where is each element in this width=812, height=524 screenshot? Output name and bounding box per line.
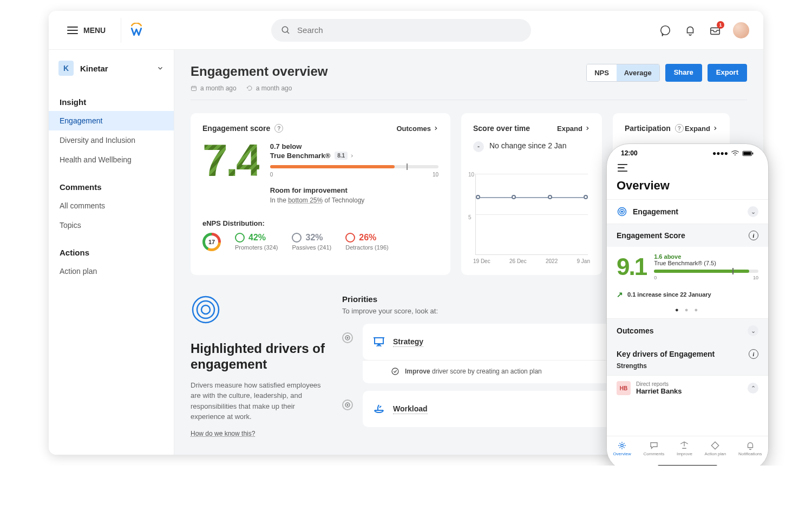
phone-track (654, 270, 758, 273)
sot-expand-link[interactable]: Expand (557, 125, 590, 133)
account-switcher[interactable]: K Kinetar (49, 54, 174, 84)
chevron-right-icon (585, 126, 590, 131)
export-button[interactable]: Export (708, 64, 747, 82)
search-box[interactable] (271, 19, 531, 42)
inbox-icon[interactable]: 1 (708, 23, 722, 37)
overview-icon (617, 441, 627, 450)
svg-rect-3 (711, 28, 720, 34)
tab-overview[interactable]: Overview (613, 441, 631, 456)
improve-title: Room for improvement (270, 186, 438, 194)
seg-average[interactable]: Average (617, 64, 659, 81)
chat-icon[interactable] (658, 23, 672, 37)
topbar: MENU 1 (49, 11, 763, 50)
meta-date-text: a month ago (200, 84, 237, 92)
priority-name: Workload (393, 404, 428, 414)
tab-label: Improve (677, 451, 692, 456)
tab-notifications[interactable]: Notifications (738, 441, 762, 456)
divider (191, 100, 747, 100)
svg-point-13 (347, 404, 348, 405)
phone-status-bar: 12:00 ●●●● (607, 144, 768, 159)
tab-comments[interactable]: Comments (643, 441, 664, 456)
drivers-desc: Drivers measure how satisfied employees … (191, 380, 326, 422)
phone-outcomes-label: Outcomes (617, 326, 653, 335)
user-avatar[interactable] (733, 22, 749, 38)
seg-nps[interactable]: NPS (587, 64, 617, 81)
phone-row-score: Engagement Score i (607, 224, 768, 247)
engagement-card-title: Engagement score (202, 124, 270, 133)
phone-key-drivers-head: Key drivers of Engagement i (607, 343, 768, 362)
svg-line-1 (287, 31, 289, 34)
phone-row-label: Engagement (633, 207, 678, 216)
neutral-icon (292, 233, 302, 243)
slider-max: 10 (433, 172, 438, 178)
nav-topics[interactable]: Topics (49, 215, 174, 235)
detractors-sub: Detractors (196) (345, 244, 388, 251)
nav-engagement[interactable]: Engagement (49, 111, 174, 130)
no-change-icon: - (473, 141, 484, 152)
bell-icon (745, 441, 755, 450)
priority-name: Strategy (393, 337, 423, 347)
promoters-cell: 42% Promoters (324) (235, 233, 278, 251)
nav-action-plan[interactable]: Action plan (49, 261, 174, 281)
svg-rect-10 (375, 338, 383, 344)
person-avatar-badge: HB (617, 381, 631, 395)
phone-row-outcomes[interactable]: Outcomes ⌄ (607, 318, 768, 343)
page-title: Engagement overview (191, 64, 328, 79)
passives-sub: Passives (241) (292, 244, 331, 251)
phone-pager-dots[interactable]: ● ● ● (607, 304, 768, 318)
priority-bullet (342, 399, 353, 410)
notification-badge: 1 (717, 21, 724, 29)
phone-menu-button[interactable] (607, 162, 768, 179)
phone-row-engagement[interactable]: Engagement ⌄ (607, 199, 768, 224)
svg-rect-4 (192, 87, 197, 91)
part-expand-label: Expand (685, 125, 710, 133)
meta-refresh-text: a month ago (256, 84, 292, 92)
bell-icon[interactable] (683, 23, 697, 37)
tab-label: Action plan (705, 451, 726, 456)
sot-title: Score over time (473, 124, 530, 133)
svg-point-9 (347, 337, 348, 338)
chevron-right-icon[interactable] (350, 154, 354, 158)
info-icon[interactable]: i (749, 231, 758, 240)
outcomes-link[interactable]: Outcomes (396, 125, 438, 133)
enps-gauge: 17 (202, 233, 221, 251)
part-expand-link[interactable]: Expand (685, 125, 718, 133)
home-indicator (658, 465, 717, 466)
nav-all-comments[interactable]: All comments (49, 196, 174, 215)
account-badge: K (58, 61, 74, 76)
benchmark-label: True Benchmark® (270, 152, 330, 160)
chevron-down-icon (156, 64, 164, 72)
chevron-up-icon: ⌃ (748, 383, 758, 394)
info-icon[interactable]: i (749, 349, 758, 359)
search-input[interactable] (297, 25, 521, 35)
phone-tabbar: Overview Comments Improve Action plan No… (607, 436, 768, 466)
phone-big-score: 9.1 (617, 253, 646, 280)
score-over-time-card: Score over time Expand - No change since… (461, 113, 602, 275)
chevron-down-icon: ⌄ (748, 206, 758, 217)
sidebar: K Kinetar Insight Engagement Diversity a… (49, 50, 174, 455)
person-name: Harriet Banks (636, 387, 682, 395)
help-icon[interactable]: ? (675, 124, 684, 133)
outcomes-link-label: Outcomes (396, 125, 431, 133)
tab-action-plan[interactable]: Action plan (705, 441, 726, 456)
how-do-we-know-link[interactable]: How do we know this? (191, 430, 326, 437)
nav-diversity[interactable]: Diversity and Inclusion (49, 130, 174, 150)
svg-point-19 (621, 211, 623, 213)
engagement-score-card: Engagement score ? Outcomes 7.4 0.7 belo… (191, 113, 450, 275)
svg-rect-16 (752, 152, 754, 154)
chevron-right-icon (433, 126, 438, 131)
menu-button[interactable]: MENU (60, 21, 113, 40)
benchmark-value: 8.1 (335, 152, 348, 160)
phone-person-row[interactable]: HB Direct reports Harriet Banks ⌃ (607, 375, 768, 401)
svg-point-0 (282, 27, 288, 32)
tab-label: Notifications (738, 451, 762, 456)
share-button[interactable]: Share (665, 64, 702, 82)
svg-point-20 (621, 444, 624, 447)
battery-icon (742, 150, 754, 156)
nav-section-comments: Comments (49, 175, 174, 196)
improve-icon (679, 441, 689, 450)
tab-improve[interactable]: Improve (677, 441, 692, 456)
workday-logo[interactable] (129, 23, 144, 38)
nav-health[interactable]: Health and Wellbeing (49, 150, 174, 169)
help-icon[interactable]: ? (274, 124, 283, 133)
